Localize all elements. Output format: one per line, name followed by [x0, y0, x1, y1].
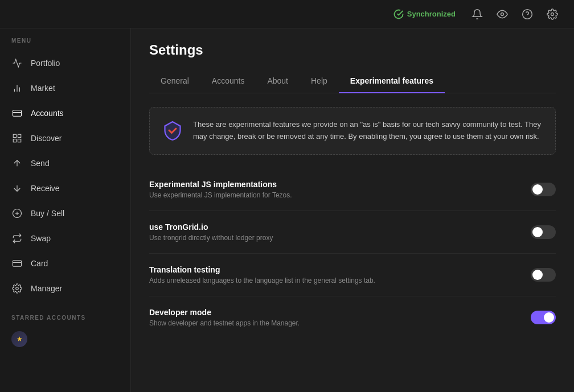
- svg-rect-9: [13, 134, 16, 137]
- sidebar-item-receive[interactable]: Receive: [0, 176, 130, 201]
- tab-general[interactable]: General: [149, 69, 200, 93]
- sidebar-item-card[interactable]: Card: [0, 251, 130, 276]
- banner-text: These are experimental features we provi…: [193, 119, 544, 143]
- feature-row-developer-mode: Developer mode Show developer and testne…: [149, 296, 556, 339]
- svg-point-3: [551, 13, 554, 15]
- menu-label: MENU: [0, 38, 130, 51]
- feature-info-trongrid: use TronGrid.io Use trongrid directly wi…: [149, 222, 531, 242]
- sidebar: MENU Portfolio Market Accounts: [0, 28, 131, 392]
- svg-rect-7: [13, 110, 22, 117]
- buy-sell-icon: [11, 208, 23, 219]
- sidebar-item-portfolio-label: Portfolio: [31, 59, 60, 68]
- starred-account-item[interactable]: ★: [0, 325, 130, 353]
- toggle-developer-mode[interactable]: [531, 311, 556, 324]
- tab-accounts[interactable]: Accounts: [200, 69, 256, 93]
- accounts-icon: [11, 108, 23, 119]
- shield-icon-wrap: [161, 119, 184, 142]
- svg-point-0: [501, 13, 504, 15]
- sidebar-item-swap[interactable]: Swap: [0, 226, 130, 251]
- page-title: Settings: [149, 42, 556, 58]
- sync-indicator: Synchronized: [393, 9, 456, 19]
- toggle-translation[interactable]: [531, 268, 556, 282]
- sidebar-item-card-label: Card: [31, 259, 48, 268]
- svg-point-20: [16, 287, 19, 290]
- main-content: Settings General Accounts About Help Exp…: [131, 28, 574, 392]
- bell-icon: [472, 9, 483, 20]
- info-banner: These are experimental features we provi…: [149, 107, 556, 155]
- sync-icon: [393, 9, 404, 19]
- sidebar-item-manager-label: Manager: [31, 284, 62, 293]
- gear-icon: [547, 9, 558, 20]
- sync-label: Synchronized: [407, 10, 456, 18]
- help-button[interactable]: [517, 4, 538, 24]
- sidebar-item-market[interactable]: Market: [0, 76, 130, 101]
- svg-rect-10: [18, 134, 21, 137]
- topbar: Synchronized: [0, 0, 574, 28]
- starred-accounts-label: STARRED ACCOUNTS: [0, 306, 130, 325]
- manager-icon: [11, 283, 23, 294]
- feature-info-translation: Translation testing Adds unreleased lang…: [149, 265, 531, 284]
- settings-button[interactable]: [542, 4, 563, 24]
- notifications-button[interactable]: [467, 4, 487, 24]
- svg-rect-18: [13, 261, 22, 267]
- starred-account-avatar: ★: [11, 331, 27, 347]
- feature-name-experimental-js: Experimental JS implementations: [149, 180, 531, 189]
- eye-button[interactable]: [492, 4, 512, 24]
- tabs: General Accounts About Help Experimental…: [149, 69, 556, 93]
- sidebar-item-receive-label: Receive: [31, 184, 60, 193]
- sidebar-item-swap-label: Swap: [31, 234, 51, 243]
- feature-desc-developer-mode: Show developer and testnet apps in the M…: [149, 319, 531, 327]
- sidebar-item-discover-label: Discover: [31, 134, 62, 143]
- page-header: Settings General Accounts About Help Exp…: [131, 28, 574, 93]
- feature-row-experimental-js: Experimental JS implementations Use expe…: [149, 168, 556, 211]
- tab-help[interactable]: Help: [300, 69, 339, 93]
- sidebar-item-discover[interactable]: Discover: [0, 126, 130, 151]
- sidebar-item-send[interactable]: Send: [0, 151, 130, 176]
- toggle-trongrid[interactable]: [531, 225, 556, 239]
- sidebar-item-accounts[interactable]: Accounts: [0, 101, 130, 126]
- feature-name-trongrid: use TronGrid.io: [149, 222, 531, 232]
- feature-name-developer-mode: Developer mode: [149, 308, 531, 317]
- feature-info-developer-mode: Developer mode Show developer and testne…: [149, 308, 531, 327]
- shield-icon: [162, 120, 183, 141]
- tab-experimental[interactable]: Experimental features: [339, 69, 445, 93]
- sidebar-item-market-label: Market: [31, 84, 55, 93]
- settings-body: These are experimental features we provi…: [131, 93, 574, 392]
- sidebar-item-manager[interactable]: Manager: [0, 276, 130, 301]
- tab-about[interactable]: About: [256, 69, 300, 93]
- star-icon: ★: [17, 335, 23, 343]
- feature-row-translation: Translation testing Adds unreleased lang…: [149, 254, 556, 296]
- feature-desc-experimental-js: Use experimental JS implementation for T…: [149, 191, 531, 199]
- receive-icon: [11, 183, 23, 194]
- sidebar-item-send-label: Send: [31, 159, 50, 168]
- feature-info-experimental-js: Experimental JS implementations Use expe…: [149, 180, 531, 199]
- swap-icon: [11, 233, 23, 244]
- feature-desc-trongrid: Use trongrid directly without ledger pro…: [149, 234, 531, 242]
- sidebar-item-portfolio[interactable]: Portfolio: [0, 51, 130, 76]
- sidebar-item-buy-sell-label: Buy / Sell: [31, 209, 64, 218]
- feature-name-translation: Translation testing: [149, 265, 531, 274]
- card-icon: [11, 258, 23, 269]
- eye-icon: [497, 9, 508, 20]
- discover-icon: [11, 133, 23, 144]
- sidebar-item-buy-sell[interactable]: Buy / Sell: [0, 201, 130, 226]
- help-icon: [522, 9, 533, 20]
- portfolio-icon: [11, 57, 23, 69]
- svg-point-1: [523, 9, 532, 19]
- layout: MENU Portfolio Market Accounts: [0, 28, 574, 392]
- send-icon: [11, 158, 23, 169]
- market-icon: [11, 82, 23, 94]
- svg-rect-11: [13, 139, 16, 142]
- sidebar-item-accounts-label: Accounts: [31, 109, 64, 118]
- feature-row-trongrid: use TronGrid.io Use trongrid directly wi…: [149, 211, 556, 254]
- svg-rect-12: [18, 139, 21, 142]
- feature-desc-translation: Adds unreleased languages to the languag…: [149, 277, 531, 284]
- toggle-experimental-js[interactable]: [531, 183, 556, 196]
